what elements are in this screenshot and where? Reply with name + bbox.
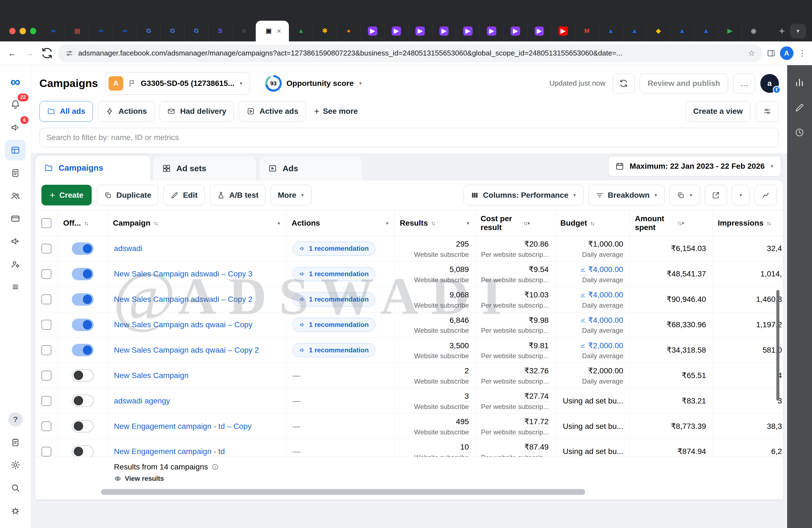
back-button[interactable]: ← — [5, 46, 19, 60]
campaign-toggle[interactable] — [72, 344, 93, 356]
side-panel-icon[interactable] — [766, 48, 776, 58]
campaign-link[interactable]: New Engagement campaign - td – Copy — [114, 422, 251, 431]
browser-tab[interactable]: ▤ — [65, 21, 89, 41]
browser-tab[interactable]: ▶ — [527, 21, 551, 41]
recommendation-pill[interactable]: 1 recommendation — [292, 267, 375, 281]
cost-value[interactable]: ₹87.49 — [524, 442, 549, 453]
browser-tab[interactable]: ◆ — [646, 21, 670, 41]
chevron-down-icon[interactable]: ▼ — [385, 221, 389, 225]
browser-tab[interactable]: ▶ — [479, 21, 503, 41]
recommendation-pill[interactable]: 1 recommendation — [292, 292, 375, 307]
browser-profile-avatar[interactable]: A — [780, 46, 794, 60]
browser-tab[interactable]: ▶ — [551, 21, 575, 41]
browser-tab-active[interactable]: ▣× — [256, 21, 289, 41]
chevron-down-icon[interactable]: ▼ — [681, 221, 685, 225]
edit-button[interactable]: Edit — [163, 185, 205, 205]
cost-value[interactable]: ₹27.74 — [524, 391, 549, 402]
browser-tab[interactable]: ▶ — [432, 21, 456, 41]
see-more-button[interactable]: +See more — [311, 106, 361, 117]
select-all-checkbox[interactable] — [41, 218, 52, 228]
recommendation-pill[interactable]: 1 recommendation — [292, 343, 375, 357]
budget-value[interactable]: ₹4,000.00 — [580, 290, 623, 300]
column-header-results[interactable]: Results↑↓▼ — [395, 210, 476, 236]
browser-tab[interactable]: ● — [337, 21, 360, 41]
browser-tab[interactable]: G — [185, 21, 208, 41]
row-checkbox[interactable] — [41, 294, 52, 304]
browser-tab[interactable]: ▶ — [384, 21, 408, 41]
column-header-cost[interactable]: Cost per result↑↓▼ — [475, 210, 555, 236]
results-value[interactable]: 5,089 — [449, 264, 469, 275]
nav-billing[interactable] — [5, 208, 26, 229]
edit-panel-icon[interactable] — [794, 102, 805, 113]
campaign-link[interactable]: New Sales Campaign adswadi – Copy 2 — [114, 295, 253, 304]
budget-value[interactable]: ₹1,000.00 — [588, 239, 623, 250]
campaign-link[interactable]: New Sales Campaign ads qwaai – Copy 2 — [114, 346, 259, 355]
campaign-toggle[interactable] — [72, 293, 93, 306]
budget-value[interactable]: Using ad set bu... — [563, 396, 623, 406]
cost-value[interactable]: ₹9.54 — [528, 264, 549, 275]
export-menu-button[interactable]: ▼ — [731, 185, 750, 205]
column-header-budget[interactable]: Budget↑↓ — [555, 210, 630, 236]
nav-all-tools[interactable]: ≡ — [5, 276, 26, 297]
browser-tab[interactable]: ∞ — [41, 21, 65, 41]
alerts-button[interactable]: 6 — [5, 117, 26, 138]
row-checkbox[interactable] — [41, 396, 52, 406]
budget-value[interactable]: ₹2,000.00 — [580, 340, 623, 351]
results-value[interactable]: 495 — [456, 416, 469, 427]
address-bar[interactable]: adsmanager.facebook.com/adsmanager/manag… — [58, 44, 762, 62]
vertical-scrollbar-thumb[interactable] — [777, 290, 779, 401]
row-checkbox[interactable] — [41, 244, 52, 254]
browser-tab[interactable]: ○ — [232, 21, 256, 41]
columns-button[interactable]: Columns: Performance▼ — [463, 185, 584, 205]
help-button[interactable]: ? — [5, 409, 26, 430]
browser-tab[interactable]: ▶ — [360, 21, 384, 41]
filter-all-ads[interactable]: All ads — [40, 101, 93, 122]
review-publish-button[interactable]: Review and publish — [640, 73, 728, 93]
recommendation-pill[interactable]: 1 recommendation — [292, 241, 375, 256]
notifications-button[interactable]: 22 — [5, 94, 26, 115]
browser-tab[interactable]: ✱ — [313, 21, 337, 41]
budget-value[interactable]: ₹2,000.00 — [588, 366, 623, 377]
campaign-link[interactable]: adswadi — [114, 244, 143, 253]
reports-export-button[interactable]: ▼ — [669, 185, 700, 205]
more-button[interactable]: More▼ — [271, 185, 311, 205]
chevron-down-icon[interactable]: ▼ — [277, 221, 281, 225]
site-settings-icon[interactable] — [65, 49, 73, 57]
opportunity-score[interactable]: 93 Opportunity score ▼ — [265, 75, 362, 92]
bookmark-star-icon[interactable]: ☆ — [748, 48, 755, 58]
cost-value[interactable]: ₹17.72 — [524, 416, 549, 427]
column-header-impressions[interactable]: Impressions↑↓ — [713, 210, 783, 236]
reload-button[interactable] — [40, 46, 54, 60]
horizontal-scrollbar-thumb[interactable] — [101, 489, 585, 495]
filter-actions[interactable]: Actions — [98, 101, 155, 122]
charts-button[interactable] — [755, 185, 777, 205]
close-window-button[interactable] — [10, 28, 16, 34]
duplicate-button[interactable]: Duplicate — [97, 185, 158, 205]
breakdown-button[interactable]: Breakdown▼ — [588, 185, 665, 205]
tab-search-button[interactable]: ▼ — [790, 24, 806, 39]
budget-value[interactable]: Using ad set bu... — [563, 421, 623, 431]
results-value[interactable]: 295 — [456, 239, 469, 250]
create-button[interactable]: +Create — [41, 185, 92, 205]
more-options-button[interactable]: … — [733, 73, 755, 93]
campaign-toggle[interactable] — [72, 420, 93, 432]
cost-value[interactable]: ₹20.86 — [524, 239, 549, 250]
cost-value[interactable]: ₹9.98 — [528, 315, 549, 326]
date-range-picker[interactable]: Maximum: 22 Jan 2023 - 22 Feb 2026 ▼ — [608, 156, 781, 176]
browser-tab[interactable]: ▶ — [408, 21, 432, 41]
view-results-button[interactable]: View results — [114, 475, 777, 482]
column-header-campaign[interactable]: Campaign↑↓▼ — [108, 210, 286, 236]
nav-audiences[interactable] — [5, 185, 26, 206]
insights-chart-icon[interactable] — [794, 77, 805, 88]
filter-had-delivery[interactable]: Had delivery — [160, 101, 234, 122]
recommendation-pill[interactable]: 1 recommendation — [292, 318, 375, 332]
tab-ads[interactable]: Ads — [259, 156, 363, 180]
search-input[interactable] — [40, 128, 779, 147]
browser-tab[interactable]: ◉ — [742, 21, 765, 41]
campaign-link[interactable]: New Sales Campaign ads qwaai – Copy — [114, 320, 253, 329]
results-value[interactable]: 6,846 — [449, 315, 469, 326]
tab-close-icon[interactable]: × — [277, 27, 281, 34]
browser-tab[interactable]: ▲ — [623, 21, 646, 41]
filter-active-ads[interactable]: Active ads — [239, 101, 306, 122]
tab-campaigns[interactable]: Campaigns — [35, 156, 150, 180]
